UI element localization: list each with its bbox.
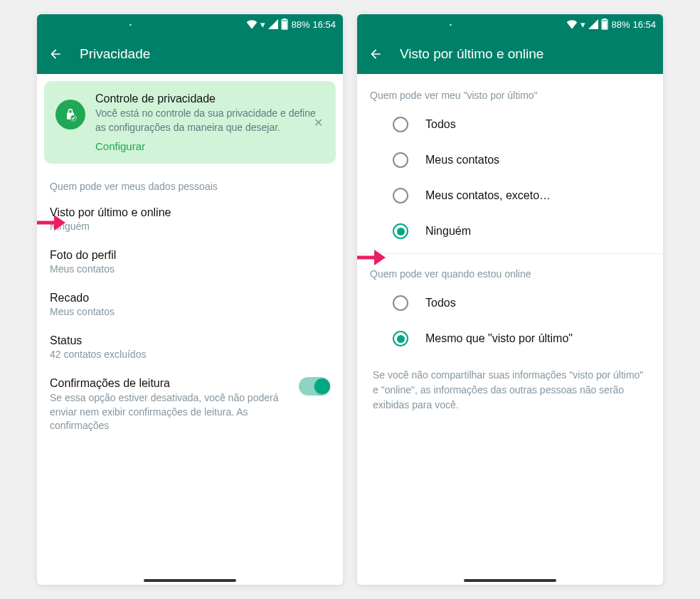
signal-icon bbox=[268, 19, 278, 29]
read-receipts-toggle[interactable] bbox=[299, 377, 330, 396]
privacy-control-banner: Controle de privacidade Você está no con… bbox=[44, 81, 336, 164]
banner-desc: Você está no controle da sua privacidade… bbox=[95, 107, 324, 134]
wifi-icon bbox=[566, 19, 578, 29]
clock: 16:54 bbox=[632, 19, 656, 30]
setting-profile-photo[interactable]: Foto do perfil Meus contatos bbox=[37, 240, 343, 283]
battery-icon bbox=[601, 18, 608, 30]
close-icon[interactable]: ✕ bbox=[309, 112, 327, 134]
radio-my-contacts[interactable]: Meus contatos bbox=[357, 142, 663, 178]
battery-icon bbox=[281, 18, 288, 30]
radio-icon bbox=[393, 295, 408, 311]
radio-icon bbox=[393, 152, 408, 168]
status-bar: • ▾ 88% 16:54 bbox=[37, 14, 343, 34]
svg-rect-6 bbox=[604, 18, 606, 20]
setting-about[interactable]: Recado Meus contatos bbox=[37, 283, 343, 326]
section-header-lastseen: Quem pode ver meu "visto por último" bbox=[357, 74, 663, 107]
setting-read-receipts[interactable]: Confirmações de leitura Se essa opção es… bbox=[37, 369, 343, 442]
signal-icon bbox=[588, 19, 598, 29]
arrow-annotation bbox=[37, 212, 67, 233]
radio-icon bbox=[393, 188, 408, 203]
svg-rect-7 bbox=[603, 21, 608, 28]
radio-icon bbox=[393, 117, 408, 132]
radio-contacts-except[interactable]: Meus contatos, exceto… bbox=[357, 178, 663, 213]
radio-nobody[interactable]: Ninguém bbox=[357, 213, 663, 249]
battery-pct: 88% bbox=[611, 19, 630, 30]
page-title: Privacidade bbox=[80, 46, 150, 62]
divider bbox=[357, 253, 663, 254]
radio-online-everyone[interactable]: Todos bbox=[357, 285, 663, 321]
section-header-online: Quem pode ver quando estou online bbox=[357, 258, 663, 285]
battery-pct: 88% bbox=[291, 19, 309, 30]
status-bar: • ▾ 88% 16:54 bbox=[357, 14, 663, 34]
arrow-annotation bbox=[357, 247, 387, 268]
app-bar: Privacidade bbox=[37, 34, 343, 74]
radio-same-as-lastseen[interactable]: Mesmo que "visto por último" bbox=[357, 321, 663, 356]
radio-icon-selected bbox=[393, 223, 408, 239]
svg-rect-2 bbox=[283, 21, 287, 28]
nav-handle[interactable] bbox=[144, 579, 236, 582]
setting-status[interactable]: Status 42 contatos excluídos bbox=[37, 326, 343, 369]
back-icon[interactable] bbox=[48, 47, 63, 61]
clock: 16:54 bbox=[312, 19, 336, 30]
wifi-icon bbox=[246, 19, 258, 29]
svg-rect-1 bbox=[284, 18, 286, 20]
banner-link[interactable]: Configurar bbox=[95, 140, 324, 152]
footer-note: Se você não compartilhar suas informaçõe… bbox=[357, 356, 663, 424]
nav-handle[interactable] bbox=[464, 579, 556, 582]
setting-last-seen[interactable]: Visto por último e online Ninguém bbox=[37, 198, 343, 240]
lock-check-icon bbox=[55, 100, 85, 129]
app-bar: Visto por último e online bbox=[357, 34, 663, 74]
radio-everyone[interactable]: Todos bbox=[357, 107, 663, 142]
banner-title: Controle de privacidade bbox=[95, 92, 324, 105]
section-header: Quem pode ver meus dados pessoais bbox=[37, 171, 343, 198]
page-title: Visto por último e online bbox=[400, 46, 543, 62]
radio-icon-selected bbox=[393, 331, 408, 346]
back-icon[interactable] bbox=[368, 47, 383, 61]
